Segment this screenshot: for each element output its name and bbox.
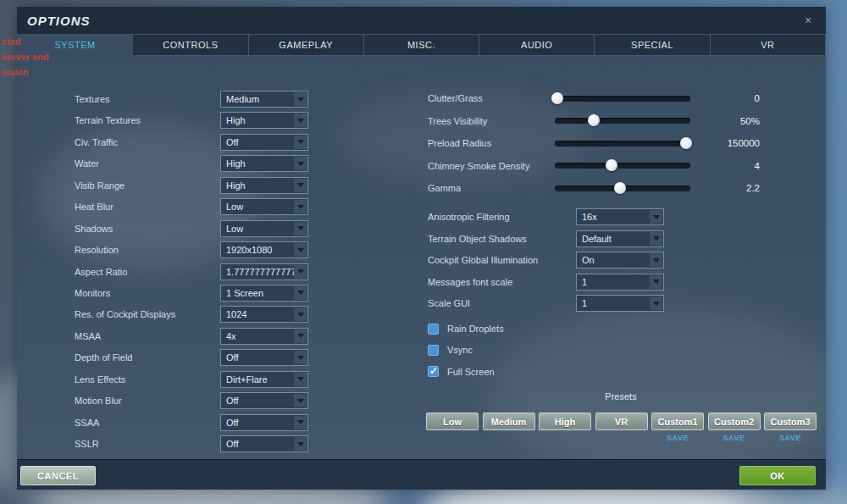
chimney-smoke-density-slider-handle[interactable]	[606, 159, 617, 171]
setting-label: Heat Blur	[75, 202, 220, 212]
textures-dropdown[interactable]: Medium	[220, 91, 308, 108]
scale-gui-dropdown[interactable]: 1	[576, 295, 664, 312]
dropdown-selected-value: High	[221, 180, 246, 191]
slider-row-preload-radius: Preload Radius150000	[428, 135, 760, 152]
save-preset-link[interactable]: SAVE	[651, 434, 704, 442]
chevron-down-icon[interactable]	[294, 265, 307, 279]
setting-label: Scale GUI	[428, 298, 576, 308]
full-screen-checkbox[interactable]	[428, 366, 439, 377]
setting-label: Monitors	[75, 288, 220, 298]
slider-label: Chimney Smoke Density	[428, 161, 555, 171]
clutter-grass-slider-handle[interactable]	[551, 92, 563, 104]
preset-button-custom1[interactable]: Custom1	[651, 413, 704, 430]
heat-blur-dropdown[interactable]: Low	[220, 198, 308, 215]
setting-label: Civ. Traffic	[75, 137, 220, 147]
dropdown-selected-value: High	[221, 158, 246, 169]
chevron-down-icon[interactable]	[650, 275, 662, 289]
save-preset-link[interactable]: SAVE	[764, 434, 817, 442]
cancel-button[interactable]: CANCEL	[20, 466, 96, 485]
tab-special[interactable]: SPECIAL	[595, 34, 710, 56]
setting-row-depth-of-field: Depth of FieldOff	[75, 349, 308, 366]
trees-visibility-slider-track[interactable]	[555, 118, 690, 124]
chevron-down-icon[interactable]	[650, 253, 662, 267]
chevron-down-icon[interactable]	[294, 437, 307, 451]
chevron-down-icon[interactable]	[294, 416, 307, 429]
chevron-down-icon[interactable]	[294, 351, 307, 364]
chevron-down-icon[interactable]	[294, 286, 307, 300]
chevron-down-icon[interactable]	[294, 222, 307, 235]
rain-droplets-checkbox[interactable]	[428, 324, 439, 335]
setting-label: Resolution	[75, 245, 220, 255]
lens-effects-dropdown[interactable]: Dirt+Flare	[220, 371, 308, 388]
aspect-ratio-dropdown[interactable]: 1.7777777777778	[220, 263, 308, 280]
setting-row-messages-font-scale: Messages font scale1	[428, 274, 664, 291]
chevron-down-icon[interactable]	[294, 179, 307, 192]
tab-gameplay[interactable]: GAMEPLAY	[249, 34, 364, 56]
preset-button-low[interactable]: Low	[426, 413, 479, 430]
preset-button-medium[interactable]: Medium	[483, 413, 535, 430]
terrain-textures-dropdown[interactable]: High	[220, 112, 308, 129]
terrain-object-shadows-dropdown[interactable]: Default	[576, 230, 664, 247]
setting-label: Cockpit Global Illumination	[428, 255, 576, 265]
chimney-smoke-density-slider-track[interactable]	[555, 163, 690, 169]
resolution-dropdown[interactable]: 1920x1080	[220, 241, 308, 258]
monitors-dropdown[interactable]: 1 Screen	[220, 285, 308, 302]
motion-blur-dropdown[interactable]: Off	[220, 392, 308, 409]
checkbox-row-vsync[interactable]: Vsync	[428, 343, 504, 357]
tab-audio[interactable]: AUDIO	[479, 34, 595, 56]
dropdown-selected-value: Default	[577, 234, 612, 244]
clutter-grass-slider-track[interactable]	[555, 96, 690, 102]
chevron-down-icon[interactable]	[294, 307, 307, 321]
chevron-down-icon[interactable]	[650, 232, 662, 246]
messages-font-scale-dropdown[interactable]: 1	[576, 274, 664, 291]
chevron-down-icon[interactable]	[294, 92, 307, 106]
slider-value: 150000	[690, 138, 760, 148]
chevron-down-icon[interactable]	[294, 373, 307, 386]
ok-button[interactable]: OK	[739, 466, 816, 485]
chevron-down-icon[interactable]	[294, 114, 307, 127]
save-preset-link[interactable]: SAVE	[708, 434, 761, 442]
setting-row-terrain-textures: Terrain TexturesHigh	[75, 112, 308, 129]
chevron-down-icon[interactable]	[650, 296, 662, 310]
setting-row-shadows: ShadowsLow	[75, 220, 308, 237]
tab-misc[interactable]: MISC.	[364, 34, 479, 56]
water-dropdown[interactable]: High	[220, 155, 308, 172]
gamma-slider-track[interactable]	[555, 186, 690, 191]
preset-button-custom3[interactable]: Custom3	[764, 413, 817, 430]
vsync-checkbox[interactable]	[428, 345, 439, 356]
checkbox-row-rain-droplets[interactable]: Rain Droplets	[428, 322, 504, 335]
anisotropic-filtering-dropdown[interactable]: 16x	[576, 208, 664, 225]
dropdown-selected-value: Dirt+Flare	[221, 374, 268, 385]
misc-settings-list: Anisotropic Filtering16xTerrain Object S…	[428, 208, 664, 312]
chevron-down-icon[interactable]	[294, 243, 307, 257]
chevron-down-icon[interactable]	[294, 157, 307, 170]
preset-button-vr[interactable]: VR	[595, 413, 648, 430]
dialog-title-bar: OPTIONS ×	[17, 7, 826, 34]
res-of-cockpit-displays-dropdown[interactable]: 1024	[220, 306, 308, 323]
setting-row-scale-gui: Scale GUI1	[428, 295, 664, 312]
depth-of-field-dropdown[interactable]: Off	[220, 349, 308, 366]
preload-radius-slider-handle[interactable]	[680, 137, 692, 149]
preset-button-high[interactable]: High	[539, 413, 591, 430]
msaa-dropdown[interactable]: 4x	[220, 328, 308, 345]
ssaa-dropdown[interactable]: Off	[220, 414, 308, 431]
chevron-down-icon[interactable]	[650, 210, 662, 224]
chevron-down-icon[interactable]	[294, 330, 307, 343]
shadows-dropdown[interactable]: Low	[220, 220, 308, 237]
chevron-down-icon[interactable]	[294, 200, 307, 213]
visib-range-dropdown[interactable]: High	[220, 177, 308, 194]
checkbox-row-full-screen[interactable]: Full Screen	[428, 365, 504, 379]
cockpit-global-illumination-dropdown[interactable]: On	[576, 252, 664, 269]
dialog-body: TexturesMediumTerrain TexturesHighCiv. T…	[17, 56, 826, 459]
gamma-slider-handle[interactable]	[614, 182, 626, 194]
tab-controls[interactable]: CONTROLS	[133, 34, 248, 56]
chevron-down-icon[interactable]	[294, 394, 307, 407]
preset-button-custom2[interactable]: Custom2	[708, 413, 761, 430]
chevron-down-icon[interactable]	[294, 136, 307, 149]
tab-vr[interactable]: VR	[711, 34, 826, 56]
civ-traffic-dropdown[interactable]: Off	[220, 134, 308, 151]
preload-radius-slider-track[interactable]	[555, 141, 690, 147]
sslr-dropdown[interactable]: Off	[220, 435, 308, 452]
close-icon[interactable]: ×	[801, 14, 815, 27]
trees-visibility-slider-handle[interactable]	[588, 114, 600, 126]
